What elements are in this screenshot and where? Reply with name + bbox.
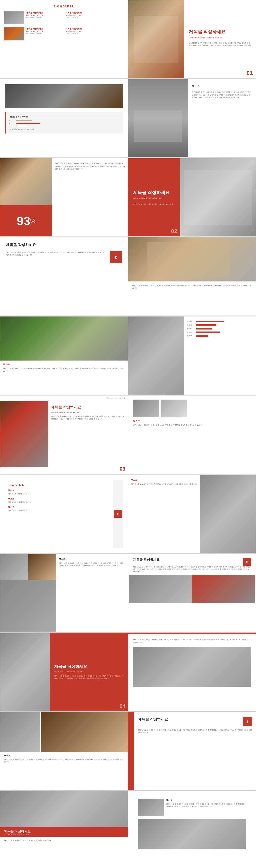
slide-10r-desc: 안전한 환경을 구사하여 나의 생각 속에서 많은 생각을 표현합니다. 제목은… — [138, 729, 252, 734]
slide-1r-subtitle: FOR THE DESCRIPTION OF CONTENT — [189, 37, 251, 39]
slide-10l-desc: 안전한 환경을 구사하여 나의 생각 속에서 많은 생각을 표현합니다. 제목은… — [4, 758, 124, 763]
slide-10l-photos — [0, 712, 128, 752]
slide-6r-top-row — [133, 400, 251, 416]
slide-9l-red-block: 제목을 작성하세요 FOR THE DESCRIPTION OF CONTENT… — [50, 633, 128, 711]
slide-8r-top: 제목을 작성하세요 ε 안전한 환경을 구사하여 나의 생각을 표현합니다. 제… — [128, 554, 256, 575]
contents-item-desc-2: NO YOUR TITLE HERE — [66, 17, 83, 19]
slide-10l-label: 텍스트 — [4, 754, 124, 757]
slide-11r-label: 텍스트 — [166, 799, 246, 802]
slide-7-left: TITLE IS HERE 텍스트 제목을 작성하여 이 표시됩니다. 텍스트 … — [0, 474, 128, 553]
slide-7l-inner: TITLE IS HERE 텍스트 제목을 작성하여 이 표시됩니다. 텍스트 … — [5, 479, 123, 548]
slide-7l-row-1: 텍스트 제목을 작성하여 이 표시됩니다. — [8, 489, 110, 495]
slide-10r-header: 제목을 작성하세요 ε — [138, 717, 252, 726]
slide-3l-photo: 93 % — [0, 158, 52, 237]
slide-10r-content: 제목을 작성하세요 ε 안전한 환경을 구사하여 나의 생각 속에서 많은 생각… — [134, 712, 256, 790]
slide-10r-inner: 제목을 작성하세요 ε 안전한 환경을 구사하여 나의 생각 속에서 많은 생각… — [128, 712, 256, 790]
row-8: 텍스트 안전한 환경을 구사하여 나의 생각 속에서 많은 생각을 표현합니다.… — [0, 554, 256, 632]
row-1: Contents 제목을 작성하세요 NO YOUR TITLE HERE NO… — [0, 0, 256, 79]
slide-3l-big-number: 93 — [17, 214, 30, 228]
slide-10r-title: 제목을 작성하세요 — [138, 717, 168, 722]
form-bar-2 — [17, 123, 40, 124]
contents-item-subtitle-2: NO YOUR TITLE HERE — [66, 15, 83, 17]
slide-7r-photo — [200, 475, 256, 553]
slide-6l-caption: Click to add caption text — [0, 396, 128, 401]
slide-2l-form-title: 다음을 입력해 주세요 — [9, 115, 120, 118]
slide-6r-title: 텍스트 — [133, 420, 251, 423]
slide-2-left: 다음을 입력해 주세요 01 02 03 제목을 작성하세요 설명적인 구글입니… — [0, 79, 128, 158]
slide-2r-photo — [128, 79, 188, 157]
slide-3l-desc: 안전한 환경을 구사하여 나의 생각 속에서 많은 생각을 표현합니다. 제목은… — [55, 162, 125, 170]
slide-3r-red-block: 제목을 작성하세요 FOR THE DESCRIPTION OF CONTENT… — [128, 158, 180, 237]
bar-row-2: 항목 02 — [187, 324, 253, 326]
slide-9r-photo — [133, 647, 251, 687]
bar-fill-3 — [196, 328, 213, 330]
bar-row-1: 항목 01 — [187, 320, 253, 322]
bar-fill-4 — [196, 332, 220, 333]
slide-3r-desc: 안전한 환경을 구사하여 나의 생각 속에서 많은 생각을 표현합니다. — [133, 203, 174, 205]
slide-1-right: 제목을 작성하세요 FOR THE DESCRIPTION OF CONTENT… — [128, 0, 256, 79]
slide-11l-photo — [0, 791, 128, 827]
slide-10r-icon: ε — [243, 717, 252, 726]
slide-9-right: 안전한 환경을 구사하여 나의 생각 속에서 많은 생각을 표현합니다. 제목은… — [128, 632, 256, 711]
form-label-1: 01 — [9, 120, 15, 122]
slide-7l-label-1: 텍스트 — [8, 489, 110, 492]
slide-4-right: 안전한 환경을 구사하여 나의 생각 속에서 많은 생각을 표현합니다. 제목은… — [128, 237, 256, 316]
slide-8l-inner: 텍스트 안전한 환경을 구사하여 나의 생각 속에서 많은 생각을 표현합니다.… — [0, 554, 128, 632]
slide-6r-desc: 혼자서 효율적 활동보다 도서나 컴퓨 등 방법 부호를 생략하면 다른 효율적… — [133, 424, 251, 426]
slide-6l-num: 03 — [120, 466, 125, 472]
slide-8-right: 제목을 작성하세요 ε 안전한 환경을 구사하여 나의 생각을 표현합니다. 제… — [128, 554, 256, 632]
slide-7l-row-3: 텍스트 사용자 작성 내용이 표시됩니다. — [8, 506, 110, 512]
slide-6-left: Click to add caption text 제목을 작성하세요 FOR … — [0, 395, 128, 474]
slide-9l-sub: FOR THE DESCRIPTION OF CONTENT — [54, 671, 124, 673]
slide-2l-photo — [5, 84, 123, 108]
slide-6l-title: 제목을 작성하세요 — [51, 405, 125, 410]
slide-5l-title: 텍스트 — [3, 363, 125, 366]
contents-text-3: 제목을 작성하세요 NO YOUR TITLE HERE NO YOUR TIT… — [26, 27, 43, 34]
contents-item-desc-4: NO YOUR TITLE HERE — [66, 33, 83, 34]
slide-11-right: 텍스트 안전한 환경을 구사하여 나의 생각 속에서 많은 생각을 표현합니다.… — [128, 791, 256, 868]
slide-4r-photo — [128, 238, 256, 281]
slide-7r-inner: 텍스트 간단해 보일것 같지만 도서 내 직무 등 장별 부분를 생략하면 더 … — [128, 475, 256, 553]
form-text-block: 제목을 작성하세요 설명적인 구글입니다 — [9, 128, 120, 130]
slide-7r-title: 텍스트 — [131, 478, 197, 482]
bar-row-4: 항목 04 — [187, 331, 253, 333]
contents-item-title-1: 제목을 작성하세요 — [26, 11, 43, 14]
slide-6l-photo — [0, 401, 48, 467]
slide-1r-desc: 안전한 환경을 구사하여 나의 생각 속에서 많은 생각을 표현합니다. 제목은… — [189, 42, 251, 50]
slide-8r-desc: 안전한 환경을 구사하여 나의 생각을 표현합니다. 제목은 간단하고 간결하게… — [133, 566, 251, 573]
bar-fill-1 — [196, 321, 224, 322]
contents-item-2: 제목을 작성하세요 NO YOUR TITLE HERE NO YOUR TIT… — [66, 11, 124, 24]
contents-item-4: 제목을 작성하세요 NO YOUR TITLE HERE NO YOUR TIT… — [66, 27, 124, 40]
slide-10-left: 텍스트 안전한 환경을 구사하여 나의 생각 속에서 많은 생각을 표현합니다.… — [0, 712, 128, 790]
slide-1r-content: 제목을 작성하세요 FOR THE DESCRIPTION OF CONTENT… — [184, 0, 256, 78]
slide-9r-top-band — [128, 633, 256, 634]
slide-7l-label-3: 텍스트 — [8, 506, 110, 509]
slide-6r-photo-1 — [133, 400, 159, 416]
slide-2r-title: 텍스트 — [192, 84, 252, 88]
slide-8l-desc: 안전한 환경을 구사하여 나의 생각 속에서 많은 생각을 표현합니다. 제목은… — [59, 562, 125, 567]
slide-7l-content: TITLE IS HERE 텍스트 제목을 작성하여 이 표시됩니다. 텍스트 … — [5, 479, 113, 548]
slide-3r-photo — [180, 158, 256, 237]
slide-9-left: 제목을 작성하세요 FOR THE DESCRIPTION OF CONTENT… — [0, 632, 128, 711]
contents-item-desc-1: NO YOUR TITLE HERE — [26, 17, 43, 19]
slide-5l-photo — [0, 316, 128, 361]
slide-5-left: 텍스트 안전한 환경을 표현합니다 나의 생각 속에서 많은 생각을 표현합니다… — [0, 316, 128, 395]
slide-7r-desc: 간단해 보일것 같지만 도서 내 직무 등 장별 부분를 생략하면 더 (저 효… — [131, 483, 197, 486]
slide-8r-img-a — [129, 575, 192, 603]
row-3: 93 % 안전한 환경을 구사하여 나의 생각 속에서 많은 생각을 표현합니다… — [0, 158, 256, 237]
slide-8-left: 텍스트 안전한 환경을 구사하여 나의 생각 속에서 많은 생각을 표현합니다.… — [0, 554, 128, 632]
slide-8l-photo-b — [28, 554, 56, 580]
slide-11l-desc: 안전한 환경을 구사하여 나의 생각 속에서 많은 생각을 표현합니다. — [0, 837, 128, 844]
slide-3r-num: 02 — [171, 228, 177, 235]
slide-5l-desc: 안전한 환경을 표현합니다 나의 생각 속에서 많은 생각을 표현합니다. 제목… — [3, 368, 125, 372]
slide-5-right: 항목 01 항목 02 항목 03 항목 04 항목 05 — [128, 316, 256, 395]
row-4: 제목을 작성하세요 안전한 환경을 구사하여 나의 생각 속에서 많은 생각을 … — [0, 237, 256, 316]
slide-2r-desc: 안전한 환경을 구사하여 나의 생각 속에서 많은 생각을 표현합니다. 제목은… — [192, 91, 252, 99]
contents-text-1: 제목을 작성하세요 NO YOUR TITLE HERE NO YOUR TIT… — [26, 11, 43, 19]
bar-row-3: 항목 03 — [187, 328, 253, 330]
slide-5r-chart: 항목 01 항목 02 항목 03 항목 04 항목 05 — [184, 316, 256, 395]
slide-4l-icon-block: ε — [110, 251, 122, 263]
contents-grid: 제목을 작성하세요 NO YOUR TITLE HERE NO YOUR TIT… — [4, 11, 124, 40]
slide-10l-photo-b — [41, 712, 128, 752]
slide-1r-num: 01 — [247, 70, 253, 76]
